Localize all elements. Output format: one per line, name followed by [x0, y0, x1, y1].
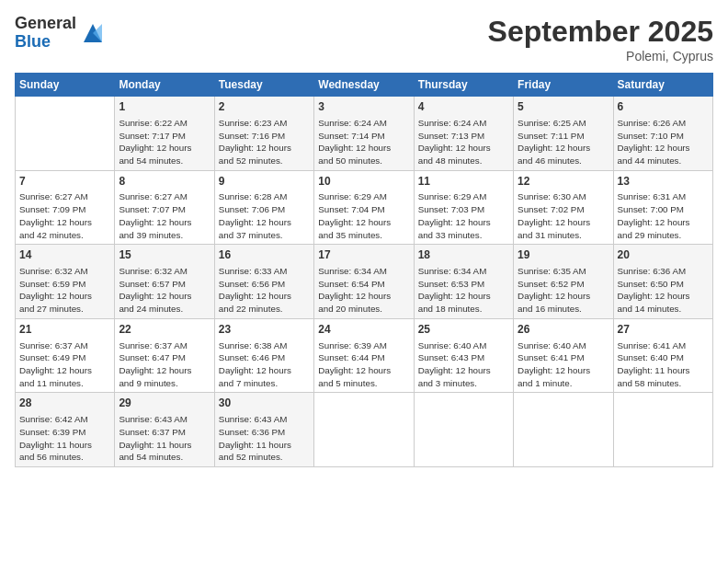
- day-info: Sunrise: 6:29 AMSunset: 7:04 PMDaylight:…: [318, 190, 409, 241]
- calendar-cell: 20Sunrise: 6:36 AMSunset: 6:50 PMDayligh…: [613, 245, 712, 319]
- day-number: 16: [219, 247, 310, 263]
- week-row-5: 28Sunrise: 6:42 AMSunset: 6:39 PMDayligh…: [16, 393, 713, 467]
- day-number: 27: [618, 322, 709, 338]
- calendar-cell: 9Sunrise: 6:28 AMSunset: 7:06 PMDaylight…: [214, 170, 313, 245]
- day-number: 22: [119, 322, 210, 338]
- day-number: 24: [318, 322, 409, 338]
- calendar-cell: 10Sunrise: 6:29 AMSunset: 7:04 PMDayligh…: [314, 170, 414, 245]
- day-number: 15: [119, 247, 210, 263]
- calendar-cell: 15Sunrise: 6:32 AMSunset: 6:57 PMDayligh…: [115, 245, 214, 319]
- calendar-container: General Blue September 2025 Polemi, Cypr…: [0, 0, 728, 563]
- calendar-cell: 12Sunrise: 6:30 AMSunset: 7:02 PMDayligh…: [514, 170, 613, 245]
- header-row: Sunday Monday Tuesday Wednesday Thursday…: [16, 74, 713, 97]
- calendar-cell: 13Sunrise: 6:31 AMSunset: 7:00 PMDayligh…: [613, 170, 712, 245]
- day-info: Sunrise: 6:25 AMSunset: 7:11 PMDaylight:…: [518, 117, 609, 167]
- header: General Blue September 2025 Polemi, Cypr…: [15, 15, 713, 63]
- col-wednesday: Wednesday: [314, 74, 414, 97]
- logo-blue: Blue: [15, 33, 76, 52]
- calendar-cell: 11Sunrise: 6:29 AMSunset: 7:03 PMDayligh…: [414, 170, 513, 245]
- day-info: Sunrise: 6:29 AMSunset: 7:03 PMDaylight:…: [418, 190, 509, 241]
- col-thursday: Thursday: [414, 74, 513, 97]
- day-number: 26: [518, 322, 609, 338]
- day-info: Sunrise: 6:32 AMSunset: 6:57 PMDaylight:…: [119, 265, 210, 316]
- day-info: Sunrise: 6:39 AMSunset: 6:44 PMDaylight:…: [318, 339, 409, 390]
- calendar-cell: 6Sunrise: 6:26 AMSunset: 7:10 PMDaylight…: [613, 97, 712, 171]
- day-info: Sunrise: 6:36 AMSunset: 6:50 PMDaylight:…: [618, 265, 709, 316]
- logo-general: General: [15, 15, 76, 33]
- calendar-cell: 27Sunrise: 6:41 AMSunset: 6:40 PMDayligh…: [613, 318, 712, 393]
- day-number: 21: [19, 322, 110, 338]
- day-number: 4: [418, 99, 509, 115]
- day-info: Sunrise: 6:35 AMSunset: 6:52 PMDaylight:…: [518, 265, 609, 316]
- calendar-cell: 7Sunrise: 6:27 AMSunset: 7:09 PMDaylight…: [16, 170, 115, 245]
- day-info: Sunrise: 6:38 AMSunset: 6:46 PMDaylight:…: [219, 339, 310, 390]
- day-info: Sunrise: 6:22 AMSunset: 7:17 PMDaylight:…: [119, 117, 210, 167]
- calendar-cell: 2Sunrise: 6:23 AMSunset: 7:16 PMDaylight…: [214, 97, 313, 171]
- day-info: Sunrise: 6:41 AMSunset: 6:40 PMDaylight:…: [618, 339, 709, 390]
- day-number: 7: [19, 174, 110, 190]
- day-number: 17: [318, 247, 409, 263]
- calendar-cell: 22Sunrise: 6:37 AMSunset: 6:47 PMDayligh…: [115, 318, 214, 393]
- day-info: Sunrise: 6:23 AMSunset: 7:16 PMDaylight:…: [219, 117, 310, 167]
- day-info: Sunrise: 6:34 AMSunset: 6:53 PMDaylight:…: [418, 265, 509, 316]
- calendar-cell: 14Sunrise: 6:32 AMSunset: 6:59 PMDayligh…: [16, 245, 115, 319]
- day-info: Sunrise: 6:33 AMSunset: 6:56 PMDaylight:…: [219, 265, 310, 316]
- calendar-cell: 26Sunrise: 6:40 AMSunset: 6:41 PMDayligh…: [514, 318, 613, 393]
- day-number: 18: [418, 247, 509, 263]
- day-info: Sunrise: 6:27 AMSunset: 7:09 PMDaylight:…: [19, 190, 110, 241]
- calendar-cell: 21Sunrise: 6:37 AMSunset: 6:49 PMDayligh…: [16, 318, 115, 393]
- calendar-cell: 29Sunrise: 6:43 AMSunset: 6:37 PMDayligh…: [115, 393, 214, 467]
- day-number: 25: [418, 322, 509, 338]
- day-number: 11: [418, 174, 509, 190]
- calendar-cell: 4Sunrise: 6:24 AMSunset: 7:13 PMDaylight…: [414, 97, 513, 171]
- logo-text: General Blue: [15, 15, 76, 52]
- day-info: Sunrise: 6:34 AMSunset: 6:54 PMDaylight:…: [318, 265, 409, 316]
- day-number: 5: [518, 99, 609, 115]
- calendar-cell: 30Sunrise: 6:43 AMSunset: 6:36 PMDayligh…: [214, 393, 313, 467]
- calendar-cell: [514, 393, 613, 467]
- col-tuesday: Tuesday: [214, 74, 313, 97]
- day-number: 10: [318, 174, 409, 190]
- day-number: 13: [618, 174, 709, 190]
- calendar-cell: 5Sunrise: 6:25 AMSunset: 7:11 PMDaylight…: [514, 97, 613, 171]
- month-title: September 2025: [488, 15, 713, 49]
- day-info: Sunrise: 6:42 AMSunset: 6:39 PMDaylight:…: [19, 413, 110, 464]
- col-saturday: Saturday: [613, 74, 712, 97]
- logo-icon: [80, 20, 106, 46]
- calendar-cell: [314, 393, 414, 467]
- day-number: 30: [219, 396, 310, 411]
- calendar-body: 1Sunrise: 6:22 AMSunset: 7:17 PMDaylight…: [16, 97, 713, 467]
- calendar-cell: 8Sunrise: 6:27 AMSunset: 7:07 PMDaylight…: [115, 170, 214, 245]
- title-section: September 2025 Polemi, Cyprus: [488, 15, 713, 63]
- calendar-cell: 25Sunrise: 6:40 AMSunset: 6:43 PMDayligh…: [414, 318, 513, 393]
- day-number: 12: [518, 174, 609, 190]
- calendar-cell: 19Sunrise: 6:35 AMSunset: 6:52 PMDayligh…: [514, 245, 613, 319]
- day-info: Sunrise: 6:40 AMSunset: 6:43 PMDaylight:…: [418, 339, 509, 390]
- day-info: Sunrise: 6:32 AMSunset: 6:59 PMDaylight:…: [19, 265, 110, 316]
- day-number: 20: [618, 247, 709, 263]
- day-number: 28: [19, 396, 110, 411]
- day-number: 14: [19, 247, 110, 263]
- day-info: Sunrise: 6:30 AMSunset: 7:02 PMDaylight:…: [518, 190, 609, 241]
- calendar-cell: 3Sunrise: 6:24 AMSunset: 7:14 PMDaylight…: [314, 97, 414, 171]
- week-row-4: 21Sunrise: 6:37 AMSunset: 6:49 PMDayligh…: [16, 318, 713, 393]
- day-info: Sunrise: 6:31 AMSunset: 7:00 PMDaylight:…: [618, 190, 709, 241]
- day-number: 19: [518, 247, 609, 263]
- week-row-3: 14Sunrise: 6:32 AMSunset: 6:59 PMDayligh…: [16, 245, 713, 319]
- day-info: Sunrise: 6:37 AMSunset: 6:49 PMDaylight:…: [19, 339, 110, 390]
- calendar-table: Sunday Monday Tuesday Wednesday Thursday…: [15, 73, 713, 467]
- day-info: Sunrise: 6:37 AMSunset: 6:47 PMDaylight:…: [119, 339, 210, 390]
- col-sunday: Sunday: [16, 74, 115, 97]
- day-number: 29: [119, 396, 210, 411]
- calendar-cell: 23Sunrise: 6:38 AMSunset: 6:46 PMDayligh…: [214, 318, 313, 393]
- day-number: 1: [119, 99, 210, 115]
- calendar-cell: 16Sunrise: 6:33 AMSunset: 6:56 PMDayligh…: [214, 245, 313, 319]
- day-number: 23: [219, 322, 310, 338]
- day-info: Sunrise: 6:24 AMSunset: 7:13 PMDaylight:…: [418, 117, 509, 167]
- week-row-1: 1Sunrise: 6:22 AMSunset: 7:17 PMDaylight…: [16, 97, 713, 171]
- col-friday: Friday: [514, 74, 613, 97]
- calendar-cell: 1Sunrise: 6:22 AMSunset: 7:17 PMDaylight…: [115, 97, 214, 171]
- location-subtitle: Polemi, Cyprus: [488, 49, 713, 63]
- col-monday: Monday: [115, 74, 214, 97]
- calendar-cell: [16, 97, 115, 171]
